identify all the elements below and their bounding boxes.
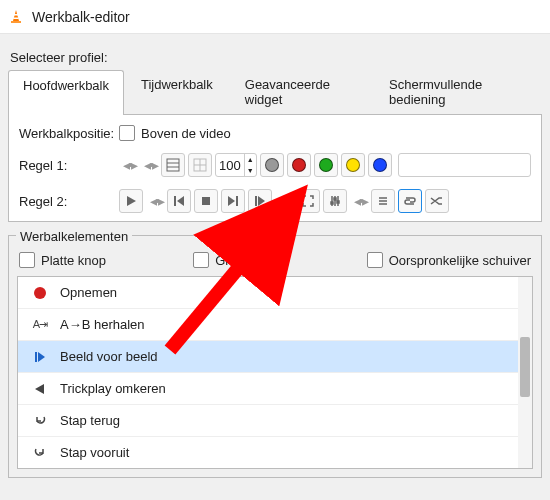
- above-video-label: Boven de video: [141, 126, 231, 141]
- svg-rect-11: [174, 196, 176, 206]
- frame-step-icon[interactable]: [248, 189, 272, 213]
- color-blue[interactable]: [368, 153, 392, 177]
- expander-icon[interactable]: ◂•▸: [123, 157, 136, 173]
- color-green[interactable]: [314, 153, 338, 177]
- svg-rect-15: [236, 196, 238, 206]
- svg-rect-4: [167, 159, 179, 171]
- step-forward-icon: [30, 447, 50, 459]
- svg-rect-1: [11, 21, 21, 23]
- ab-repeat-icon: A⇥: [30, 318, 50, 331]
- play-icon[interactable]: [119, 189, 143, 213]
- svg-marker-17: [258, 196, 265, 206]
- big-button-checkbox[interactable]: [193, 252, 209, 268]
- svg-marker-29: [35, 384, 44, 394]
- flat-button-checkbox[interactable]: [19, 252, 35, 268]
- svg-marker-14: [228, 196, 235, 206]
- profile-label: Selecteer profiel:: [10, 50, 540, 65]
- svg-rect-22: [334, 198, 336, 200]
- zoom-spinner[interactable]: 100 ▲▼: [215, 153, 257, 177]
- spinner-up-icon[interactable]: ▲: [244, 154, 256, 165]
- elements-group: Platte knop Grote knop Oorspronkelijke s…: [8, 235, 542, 478]
- stop-icon[interactable]: [194, 189, 218, 213]
- list-item[interactable]: Trickplay omkeren: [18, 373, 532, 405]
- list-item[interactable]: Stap terug: [18, 405, 532, 437]
- step-back-icon: [30, 415, 50, 427]
- list-icon[interactable]: [371, 189, 395, 213]
- above-video-checkbox[interactable]: [119, 125, 135, 141]
- svg-marker-12: [177, 196, 184, 206]
- svg-rect-3: [13, 17, 18, 19]
- listbox-scrollbar[interactable]: [518, 277, 532, 468]
- list-item[interactable]: Opnemen: [18, 277, 532, 309]
- svg-rect-16: [255, 196, 257, 206]
- prev-icon[interactable]: [167, 189, 191, 213]
- svg-rect-23: [337, 201, 339, 203]
- spinner-down-icon[interactable]: ▼: [244, 165, 256, 176]
- line2-label: Regel 2:: [19, 194, 119, 209]
- color-red[interactable]: [287, 153, 311, 177]
- list-item[interactable]: Beeld voor beeld: [18, 341, 532, 373]
- svg-rect-2: [14, 14, 18, 16]
- record-icon: [30, 287, 50, 299]
- vlc-cone-icon: [8, 9, 24, 25]
- tab-main-toolbar[interactable]: Hoofdwerkbalk: [8, 70, 124, 115]
- expander-icon[interactable]: ◂•▸: [354, 193, 367, 209]
- expander-icon[interactable]: ◂•▸: [144, 157, 157, 173]
- playlist-icon[interactable]: [161, 153, 185, 177]
- svg-marker-10: [127, 196, 136, 206]
- color-yellow[interactable]: [341, 153, 365, 177]
- next-icon[interactable]: [221, 189, 245, 213]
- line-2-row: Regel 2: ◂•▸ ◂•▸ ◂•▸: [19, 189, 531, 213]
- svg-rect-27: [35, 352, 37, 362]
- scrollbar-thumb[interactable]: [520, 337, 530, 397]
- fullscreen-icon[interactable]: [296, 189, 320, 213]
- svg-rect-21: [331, 202, 333, 204]
- grid-icon[interactable]: [188, 153, 212, 177]
- tab-bar: Hoofdwerkbalk Tijdwerkbalk Geavanceerde …: [8, 69, 542, 115]
- expander-icon[interactable]: ◂•▸: [279, 193, 292, 209]
- window-titlebar: Werkbalk-editor: [0, 0, 550, 34]
- shuffle-icon[interactable]: [425, 189, 449, 213]
- svg-rect-13: [202, 197, 210, 205]
- position-label: Werkbalkpositie:: [19, 126, 119, 141]
- line1-label: Regel 1:: [19, 158, 119, 173]
- svg-marker-28: [38, 352, 45, 362]
- tab-advanced-widget[interactable]: Geavanceerde widget: [230, 69, 372, 114]
- loop-icon[interactable]: [398, 189, 422, 213]
- frame-by-frame-icon: [30, 351, 50, 363]
- list-item[interactable]: A⇥ A→B herhalen: [18, 309, 532, 341]
- spacer-widget[interactable]: [398, 153, 531, 177]
- list-item[interactable]: Stap vooruit: [18, 437, 532, 469]
- toolbar-config-group: Werkbalkpositie: Boven de video Regel 1:…: [8, 115, 542, 222]
- tab-time-toolbar[interactable]: Tijdwerkbalk: [126, 69, 228, 114]
- reverse-icon: [30, 384, 50, 394]
- line-1-row: Regel 1: ◂•▸ ◂•▸ 100 ▲▼: [19, 153, 531, 177]
- color-grey[interactable]: [260, 153, 284, 177]
- elements-list[interactable]: Opnemen A⇥ A→B herhalen Beeld voor beeld…: [17, 276, 533, 469]
- elements-label: Werbalkelementen: [16, 229, 132, 244]
- window-title: Werkbalk-editor: [32, 9, 130, 25]
- expander-icon[interactable]: ◂•▸: [150, 193, 163, 209]
- eq-icon[interactable]: [323, 189, 347, 213]
- tab-fullscreen-controls[interactable]: Schermvullende bediening: [374, 69, 540, 114]
- orig-slider-checkbox[interactable]: [367, 252, 383, 268]
